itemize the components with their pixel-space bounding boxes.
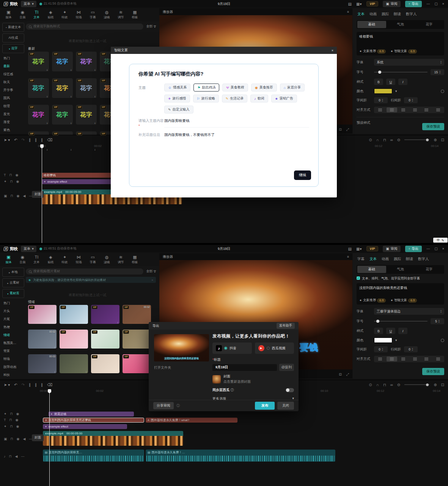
inspector-tab[interactable]: 动画: [369, 12, 377, 17]
download-icon[interactable]: ↓: [47, 148, 48, 151]
share-review-button[interactable]: 分享审阅: [153, 402, 174, 409]
font-select[interactable]: 三极字漫体描边▴▾: [374, 308, 444, 315]
timeline-zoom-slider[interactable]: [404, 384, 429, 385]
toolbar-tab[interactable]: ▣媒体: [2, 8, 16, 21]
zoom-in-icon[interactable]: ⊕: [434, 383, 437, 387]
menu-button[interactable]: 菜单▾: [21, 246, 36, 252]
split-right-icon[interactable]: ∥: [41, 383, 43, 387]
cover-thumbnail[interactable]: [212, 375, 221, 383]
material-tile[interactable]: VIP↓: [123, 330, 151, 349]
align-left-button[interactable]: [375, 107, 386, 112]
download-icon[interactable]: ↓: [54, 370, 56, 373]
letter-spacing-value[interactable]: 0▴▾: [374, 346, 388, 352]
material-tile[interactable]: 00:02↓: [28, 330, 57, 349]
sidebar-item[interactable]: 片头: [2, 308, 24, 315]
line-spacing-value[interactable]: 0▴▾: [404, 346, 418, 352]
sidebar-item[interactable]: 背景: [2, 347, 24, 355]
topic-input[interactable]: 国内版剪映要钱: [164, 118, 309, 128]
toolbar-tab[interactable]: TI文本: [30, 8, 44, 21]
lock-icon[interactable]: ⊓: [9, 173, 12, 177]
font-size-value[interactable]: 15▴▾: [431, 69, 444, 75]
italic-button[interactable]: I: [398, 79, 407, 85]
platform-douyin[interactable]: ♪抖音: [212, 342, 252, 354]
sticker-clip[interactable]: ✦摇晃运镜: [49, 412, 134, 417]
toolbar-tab[interactable]: ◈贴纸: [44, 253, 58, 266]
zoom-in-icon[interactable]: ⊕: [434, 138, 437, 142]
toolbar-tab[interactable]: ▣媒体: [2, 253, 16, 266]
letter-spacing-value[interactable]: 0▴▾: [374, 97, 388, 103]
sidebar-item[interactable]: 渐变: [2, 118, 24, 126]
lock-icon[interactable]: ⊓: [11, 437, 13, 441]
download-icon[interactable]: ↓: [94, 148, 96, 151]
banner-close-icon[interactable]: ×: [151, 278, 153, 282]
visibility-icon[interactable]: ◉: [16, 180, 19, 183]
topic-chip[interactable]: Ψ美食教程: [222, 84, 248, 92]
link-icon[interactable]: ∞: [390, 138, 393, 142]
topic-chip[interactable]: ⚑励志鸡汤: [193, 84, 219, 92]
underline-button[interactable]: U: [386, 79, 395, 85]
effect-clip[interactable]: ✦example effect: [43, 424, 127, 429]
sidebar-item[interactable]: 转场: [2, 355, 24, 363]
toolbar-tab[interactable]: ▦模板: [128, 8, 142, 21]
inspector-tab[interactable]: 数字人: [418, 257, 429, 262]
publish-button[interactable]: 发布: [255, 402, 275, 410]
sidebar-item[interactable]: ▾素材库: [2, 289, 24, 298]
download-icon[interactable]: ↓: [86, 370, 87, 373]
sidebar-item[interactable]: 氛围美…: [2, 339, 24, 347]
review-button[interactable]: ▣审阅: [383, 1, 401, 7]
inspector-tab[interactable]: 文本: [357, 12, 365, 17]
underline-button[interactable]: U: [386, 328, 395, 334]
delete-icon[interactable]: ⌫: [47, 383, 52, 387]
zoom-out-icon[interactable]: ⊖: [397, 383, 400, 387]
sidebar-item[interactable]: 最新: [2, 63, 24, 70]
record-audio-icon[interactable]: ⊙: [369, 383, 372, 387]
xigua-radio[interactable]: [267, 347, 270, 350]
toolbar-tab[interactable]: ▦模板: [128, 253, 142, 266]
topic-chip[interactable]: ✎自定义输入: [164, 106, 193, 114]
publish-assistant-button[interactable]: 发布助手: [277, 323, 295, 329]
topic-chip[interactable]: ★营销广告: [271, 95, 297, 103]
zoom-out-icon[interactable]: ⊖: [397, 138, 400, 142]
sidebar-item[interactable]: 故障动画: [2, 363, 24, 371]
align-left-button[interactable]: [375, 357, 386, 361]
topic-chip[interactable]: ⚐旅行攻略: [193, 95, 219, 103]
magnet-icon[interactable]: ∩: [376, 383, 379, 387]
timeline-zoom-slider[interactable]: [404, 139, 429, 140]
italic-button[interactable]: I: [398, 328, 407, 334]
download-icon[interactable]: ↓: [86, 346, 87, 348]
download-icon[interactable]: ↓: [71, 95, 72, 98]
collapse-icon[interactable]: —: [21, 454, 24, 458]
search-input[interactable]: 搜索花字颜色/样式: [26, 24, 143, 30]
sidebar-item[interactable]: 片尾: [2, 316, 24, 323]
fancy-text-tile[interactable]: VIP花字↓: [76, 78, 97, 98]
vip-badge[interactable]: VIP: [366, 246, 379, 251]
audio-clip[interactable]: ▤没想到国内版的剪映竟…: [43, 450, 144, 462]
download-icon[interactable]: ↓: [71, 148, 72, 151]
sidebar-item[interactable]: 发光: [2, 110, 24, 118]
font-select[interactable]: 系统▴▾: [374, 59, 444, 66]
split-icon[interactable]: ∥: [29, 383, 31, 387]
toolbar-tab[interactable]: ◈贴纸: [44, 8, 58, 21]
toolbar-tab[interactable]: ⋈转场: [72, 253, 86, 266]
playhead[interactable]: [42, 144, 42, 243]
align-center-button[interactable]: [387, 357, 398, 361]
open-folder-link[interactable]: 打开文件夹: [154, 365, 171, 370]
topic-chip[interactable]: ✈旅行感悟: [164, 95, 190, 103]
review-button[interactable]: ▣审阅: [383, 246, 401, 252]
sidebar-item[interactable]: 国风: [2, 95, 24, 102]
record-audio-icon[interactable]: ⊙: [369, 138, 372, 142]
material-tile[interactable]: VIP↓: [60, 305, 88, 324]
smart-copy-button[interactable]: ✦智能文案会员: [390, 298, 417, 303]
fancy-text-tile[interactable]: VIP花字↓: [76, 105, 97, 125]
toolbar-tab[interactable]: ≋调节: [114, 253, 128, 266]
fullscreen-icon[interactable]: ⤢: [346, 372, 349, 377]
continue-button[interactable]: 继续: [294, 170, 311, 180]
fancy-text-tile[interactable]: VIP花字↓: [52, 52, 73, 71]
close-dialog-button[interactable]: 关闭: [277, 402, 294, 410]
align-center-button[interactable]: [387, 107, 398, 112]
align-horizontal-button[interactable]: [433, 357, 444, 361]
inspector-subtab[interactable]: 气泡: [386, 266, 415, 273]
smart-copy-button[interactable]: ✦智能文案会员: [390, 49, 417, 54]
visibility-icon[interactable]: ◉: [16, 418, 19, 422]
material-tile[interactable]: VIP00:02↓: [123, 305, 151, 324]
